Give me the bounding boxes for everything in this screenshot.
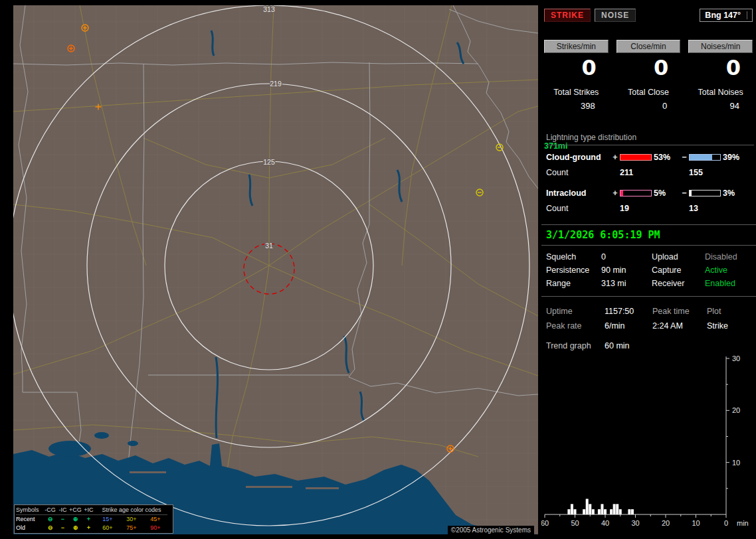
cg-positive-count: 211: [613, 168, 682, 177]
capture-label: Capture: [652, 266, 705, 275]
recent-neg-cg-icon: ⊖: [44, 515, 56, 524]
receiver-label: Receiver: [652, 279, 705, 288]
receiver-value: Enabled: [705, 279, 751, 288]
svg-text:20: 20: [662, 519, 670, 527]
svg-text:60: 60: [541, 519, 549, 527]
trend-graph: 1020306050403020100min: [541, 354, 756, 534]
lightning-distribution-section: Lightning type distribution Cloud-ground…: [541, 133, 756, 216]
peak-rate-label: Peak rate: [546, 321, 605, 331]
total-close-label: Total Close: [616, 88, 681, 97]
ic-negative-percent: 3%: [723, 189, 735, 198]
svg-text:50: 50: [571, 519, 579, 527]
upload-value: Disabled: [705, 252, 751, 262]
strike-mode-button[interactable]: STRIKE: [544, 9, 591, 22]
age-30: 30+: [120, 515, 143, 524]
ring-label-125: 125: [263, 158, 275, 166]
bearing-readout: Bng 147° 371mi: [700, 9, 753, 22]
cloud-ground-row: Cloud-ground + 53% − 39%: [541, 149, 756, 165]
bearing-value: Bng 147°: [705, 11, 741, 20]
uptime-value: 1157:50: [605, 307, 652, 316]
legend-col-pic: +IC: [82, 506, 96, 515]
close-counter-column: Close/min 0 Total Close 0: [616, 40, 681, 111]
age-60: 60+: [96, 524, 120, 532]
map-legend: Symbols -CG -IC +CG +IC Strike age color…: [14, 504, 173, 534]
uptime-label: Uptime: [546, 307, 605, 316]
peak-time-label: Peak time: [652, 307, 707, 316]
copyright-text: ©2005 Astrogenic Systems: [448, 526, 534, 534]
cloud-ground-label: Cloud-ground: [546, 153, 613, 162]
cg-count-label: Count: [546, 168, 613, 177]
map-container: 313 219 125 31 Symbols -CG -IC +CG +IC S…: [13, 5, 538, 534]
legend-age-header: Strike age color codes: [96, 506, 167, 515]
close-per-min-button[interactable]: Close/min: [616, 40, 681, 53]
age-45: 45+: [143, 515, 167, 524]
intracloud-label: Intracloud: [546, 189, 613, 198]
rate-counters: Strikes/min 0 Total Strikes 398 Close/mi…: [544, 40, 753, 111]
svg-text:min: min: [737, 519, 749, 527]
svg-text:20: 20: [732, 406, 740, 414]
legend-old-label: Old: [16, 524, 44, 532]
cg-negative-percent: 39%: [723, 153, 739, 162]
plot-value: Strike: [707, 321, 751, 331]
plus-sign: +: [613, 189, 618, 198]
ic-positive-count: 19: [613, 204, 682, 213]
minus-sign: −: [682, 153, 687, 162]
total-strikes-value: 398: [544, 101, 609, 111]
cg-positive-bar: [620, 154, 652, 161]
old-pos-cg-icon: ⊕: [69, 524, 82, 532]
legend-col-ncg: -CG: [44, 506, 56, 515]
total-strikes-label: Total Strikes: [544, 88, 609, 97]
ic-count-label: Count: [546, 204, 613, 213]
svg-text:30: 30: [631, 519, 639, 527]
noises-per-min-button[interactable]: Noises/min: [688, 40, 753, 53]
plot-label: Plot: [707, 307, 751, 316]
age-75: 75+: [120, 524, 143, 532]
datetime-display: 3/1/2026 6:05:19 PM: [541, 224, 756, 246]
recent-pos-cg-icon: ⊕: [69, 515, 82, 524]
legend-recent-label: Recent: [16, 515, 44, 524]
svg-text:30: 30: [732, 354, 740, 362]
status-section: Uptime 1157:50 Peak time Plot Peak rate …: [541, 304, 756, 333]
distribution-title: Lightning type distribution: [546, 133, 754, 145]
bearing-divider: [747, 11, 747, 19]
svg-text:0: 0: [724, 519, 728, 527]
lightning-map[interactable]: 313 219 125 31: [13, 5, 538, 534]
recent-neg-ic-icon: −: [56, 515, 69, 524]
peak-rate-value: 6/min: [605, 321, 652, 331]
intracloud-count-row: Count 19 13: [541, 200, 756, 216]
ic-positive-group: + 5%: [613, 189, 682, 198]
legend-symbols-header: Symbols: [16, 506, 44, 515]
close-per-min-value: 0: [616, 55, 681, 83]
noise-mode-button[interactable]: NOISE: [595, 9, 636, 22]
ic-positive-percent: 5%: [654, 189, 666, 198]
age-90: 90+: [143, 524, 167, 532]
strikes-per-min-value: 0: [544, 55, 609, 83]
trend-window-value: 60 min: [605, 341, 751, 350]
svg-text:10: 10: [692, 519, 700, 527]
peak-time-value: 2:24 AM: [652, 321, 707, 331]
legend-col-pcg: +CG: [69, 506, 82, 515]
noises-per-min-value: 0: [688, 55, 753, 83]
strikes-counter-column: Strikes/min 0 Total Strikes 398: [544, 40, 609, 111]
persistence-value: 90 min: [601, 266, 652, 275]
intracloud-row: Intracloud + 5% − 3%: [541, 185, 756, 200]
cloud-ground-count-row: Count 211 155: [541, 165, 756, 180]
old-neg-cg-icon: ⊖: [44, 524, 56, 532]
cg-negative-group: − 39%: [682, 153, 751, 162]
squelch-label: Squelch: [546, 252, 601, 262]
plus-sign: +: [613, 153, 618, 162]
mode-button-row: STRIKE NOISE Bng 147° 371mi: [544, 9, 753, 22]
strikes-per-min-button[interactable]: Strikes/min: [544, 40, 609, 53]
cg-positive-group: + 53%: [613, 153, 682, 162]
old-pos-ic-icon: +: [82, 524, 96, 532]
minus-sign: −: [682, 189, 687, 198]
capture-value: Active: [705, 266, 751, 275]
cg-positive-percent: 53%: [654, 153, 670, 162]
ring-label-219: 219: [270, 80, 282, 88]
cg-negative-count: 155: [682, 168, 751, 177]
trend-graph-label: Trend graph: [546, 341, 605, 350]
ic-negative-count: 13: [682, 204, 751, 213]
right-panel: STRIKE NOISE Bng 147° 371mi Strikes/min …: [541, 0, 756, 539]
age-15: 15+: [96, 515, 120, 524]
trend-graph-header: Trend graph 60 min: [541, 341, 756, 350]
